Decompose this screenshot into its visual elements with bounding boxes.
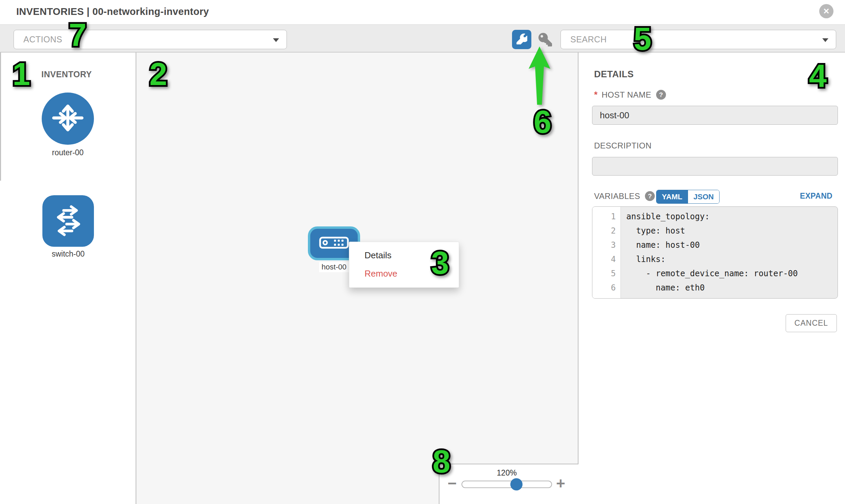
inventory-panel: INVENTORY router-00 switch-00 bbox=[0, 53, 136, 504]
line-number: 2 bbox=[592, 224, 616, 238]
required-marker: * bbox=[594, 89, 597, 100]
inventory-panel-title: INVENTORY bbox=[41, 70, 92, 79]
zoom-in-button[interactable]: + bbox=[556, 473, 565, 493]
code-line: links: bbox=[626, 252, 838, 266]
zoom-slider-track[interactable] bbox=[461, 481, 552, 488]
header: INVENTORIES | 00-networking-inventory ✕ bbox=[0, 0, 845, 24]
key-icon bbox=[539, 33, 552, 48]
host-name-input[interactable] bbox=[592, 106, 838, 125]
line-number: 3 bbox=[592, 238, 616, 252]
switch-icon bbox=[49, 201, 87, 241]
actions-dropdown[interactable]: ACTIONS bbox=[14, 30, 287, 49]
node-context-menu: Details Remove bbox=[349, 242, 459, 288]
line-number: 1 bbox=[592, 210, 616, 224]
palette-item-switch[interactable] bbox=[42, 195, 94, 247]
details-panel-title: DETAILS bbox=[594, 69, 634, 80]
zoom-slider-thumb[interactable] bbox=[510, 478, 523, 490]
description-input[interactable] bbox=[592, 157, 838, 176]
line-number: 4 bbox=[592, 252, 616, 266]
zoom-out-button[interactable]: − bbox=[447, 473, 457, 493]
actions-dropdown-placeholder: ACTIONS bbox=[23, 30, 63, 49]
canvas-node-label: host-00 bbox=[319, 262, 349, 272]
search-dropdown[interactable]: SEARCH bbox=[561, 30, 836, 49]
search-dropdown-placeholder: SEARCH bbox=[570, 30, 606, 49]
wrench-icon bbox=[516, 34, 527, 46]
line-number: 7 bbox=[592, 295, 616, 299]
context-menu-item-details[interactable]: Details bbox=[349, 246, 459, 264]
toggle-yaml-button[interactable]: YAML bbox=[656, 190, 688, 203]
cancel-button[interactable]: CANCEL bbox=[786, 314, 837, 332]
code-line: name: eth0 bbox=[626, 281, 838, 295]
palette-item-label: router-00 bbox=[42, 148, 94, 157]
zoom-level-label: 120% bbox=[461, 468, 552, 478]
code-line: remote_interface_name: eth0 bbox=[626, 295, 838, 299]
details-panel: DETAILS * HOST NAME ? DESCRIPTION VARIAB… bbox=[579, 53, 845, 504]
code-line: - remote_device_name: router-00 bbox=[626, 266, 838, 281]
toggle-json-button[interactable]: JSON bbox=[688, 190, 719, 203]
code-line: ansible_topology: bbox=[626, 210, 838, 224]
close-icon[interactable]: ✕ bbox=[819, 4, 833, 18]
palette-item-router[interactable] bbox=[42, 92, 94, 145]
code-line: type: host bbox=[626, 224, 838, 238]
host-name-field-row: * HOST NAME ? bbox=[594, 89, 666, 100]
editor-line-numbers: 1 2 3 4 5 6 7 bbox=[592, 207, 621, 298]
context-menu-item-remove[interactable]: Remove bbox=[349, 264, 459, 283]
expand-link[interactable]: EXPAND bbox=[800, 192, 832, 201]
code-line: name: host-00 bbox=[626, 238, 838, 252]
zoom-control: 120% − + bbox=[439, 464, 579, 504]
help-icon[interactable]: ? bbox=[656, 90, 666, 100]
toolbar: ACTIONS SEARCH bbox=[0, 24, 845, 53]
configure-topology-button[interactable] bbox=[512, 30, 531, 49]
key-credentials-button[interactable] bbox=[537, 32, 553, 48]
variables-field-row: VARIABLES ? bbox=[594, 191, 655, 201]
topology-canvas[interactable]: host-00 Details Remove 120% − + bbox=[136, 53, 579, 504]
palette-item-label: switch-00 bbox=[42, 250, 94, 258]
panel-scroll-edge bbox=[0, 53, 1, 181]
chevron-down-icon bbox=[822, 38, 828, 42]
host-name-label: HOST NAME bbox=[601, 90, 651, 100]
help-icon[interactable]: ? bbox=[645, 191, 655, 201]
editor-code-lines: ansible_topology: type: host name: host-… bbox=[621, 207, 838, 298]
description-label: DESCRIPTION bbox=[594, 141, 652, 150]
variables-label: VARIABLES bbox=[594, 192, 640, 201]
variables-code-editor[interactable]: 1 2 3 4 5 6 7 ansible_topology: type: ho… bbox=[592, 206, 838, 299]
page-title: INVENTORIES | 00-networking-inventory bbox=[16, 6, 209, 17]
host-icon bbox=[319, 237, 349, 250]
line-number: 6 bbox=[592, 281, 616, 295]
variables-format-toggle: YAML JSON bbox=[656, 190, 720, 204]
line-number: 5 bbox=[592, 266, 616, 281]
description-field-row: DESCRIPTION bbox=[594, 141, 652, 150]
chevron-down-icon bbox=[273, 38, 279, 42]
router-icon bbox=[49, 99, 86, 138]
